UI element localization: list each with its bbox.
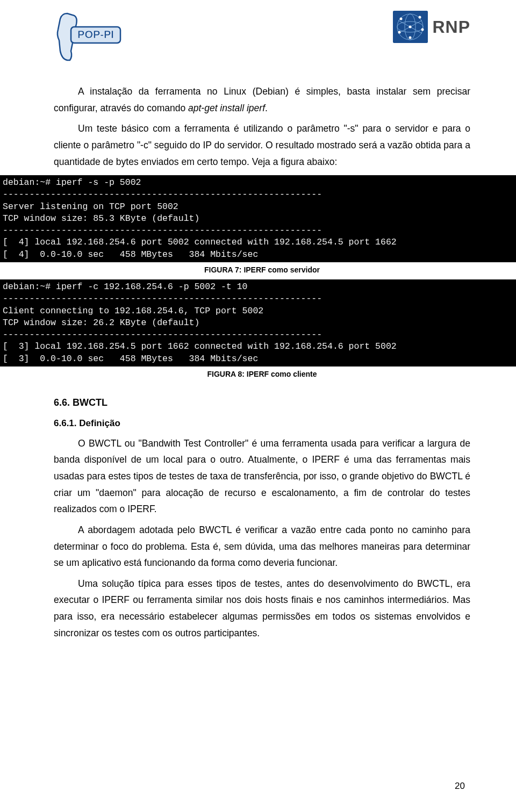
terminal-output-server: debian:~# iperf -s -p 5002 -------------… — [0, 175, 516, 262]
fig8-text: IPERF como cliente — [247, 370, 317, 378]
heading-bwctl: 6.6. BWCTL — [54, 397, 470, 408]
page-header: POP-PI RNP — [54, 11, 470, 62]
heading-definicao: 6.6.1. Definição — [54, 418, 470, 429]
paragraph-2: Um teste básico com a ferramenta é utili… — [54, 120, 470, 170]
paragraph-5: Uma solução típica para esses tipos de t… — [54, 576, 470, 642]
para1-text-c: . — [265, 103, 268, 113]
para2-text: Um teste básico com a ferramenta é utili… — [54, 123, 470, 167]
para4-text: A abordagem adotada pelo BWCTL é verific… — [54, 524, 470, 568]
fig8-label: FIGURA 8: — [207, 370, 246, 378]
svg-point-9 — [421, 28, 424, 31]
rnp-icon — [393, 11, 428, 43]
para1-italic: apt-get install iperf — [188, 103, 265, 113]
fig7-text: IPERF como servidor — [243, 265, 320, 274]
paragraph-3: O BWCTL ou "Bandwith Test Controller" é … — [54, 435, 470, 518]
svg-point-7 — [400, 18, 403, 20]
para5-text: Uma solução típica para esses tipos de t… — [54, 578, 470, 638]
figure-8-caption: FIGURA 8: IPERF como cliente — [54, 370, 470, 378]
svg-point-11 — [398, 31, 401, 34]
figure-7-caption: FIGURA 7: IPERF como servidor — [54, 265, 470, 274]
pop-pi-text: POP-PI — [77, 28, 114, 40]
page-number: 20 — [455, 781, 465, 792]
svg-point-10 — [409, 37, 412, 39]
pop-pi-logo: POP-PI — [54, 11, 124, 62]
svg-point-8 — [419, 16, 421, 19]
terminal-output-client: debian:~# iperf -c 192.168.254.6 -p 5002… — [0, 279, 516, 367]
rnp-logo: RNP — [393, 11, 470, 43]
rnp-label: RNP — [432, 17, 470, 37]
para3-text: O BWCTL ou "Bandwith Test Controller" é … — [54, 438, 470, 515]
paragraph-4: A abordagem adotada pelo BWCTL é verific… — [54, 522, 470, 571]
svg-point-12 — [409, 26, 412, 28]
paragraph-1: A instalação da ferramenta no Linux (Deb… — [54, 83, 470, 116]
fig7-label: FIGURA 7: — [204, 265, 243, 274]
